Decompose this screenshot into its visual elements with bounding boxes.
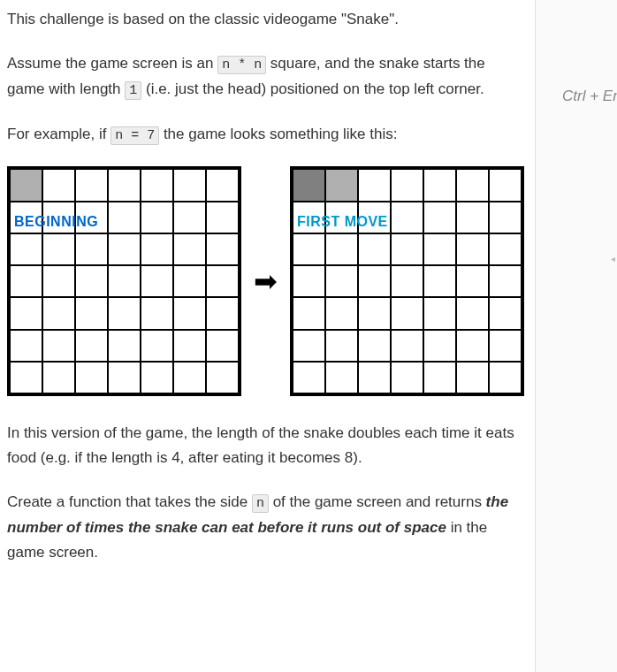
grid-cell <box>75 362 108 393</box>
grid-cell <box>423 330 456 362</box>
grid-cell <box>141 202 173 233</box>
grid-cell <box>141 297 173 329</box>
keyboard-shortcut-hint: Ctrl + En <box>562 84 617 109</box>
grid-cell <box>358 362 391 393</box>
grid-cell <box>75 297 108 329</box>
grid-cell <box>206 233 239 265</box>
grid-cell <box>10 297 42 329</box>
example-paragraph: For example, if n = 7 the game looks som… <box>7 122 524 148</box>
scroll-left-icon[interactable]: ◂ <box>611 252 615 267</box>
code-n-equals-7: n = 7 <box>110 126 159 145</box>
grid-first-move: FIRST MOVE <box>290 166 524 396</box>
text-fragment: the game looks something like this: <box>159 126 397 142</box>
grid-cell <box>391 202 423 233</box>
grid-cell <box>141 233 173 265</box>
task-paragraph: Create a function that takes the side n … <box>7 490 524 565</box>
snake-head-cell <box>325 169 358 201</box>
grid-cell <box>173 330 206 362</box>
text-fragment: (i.e. just the head) positioned on the t… <box>141 80 484 97</box>
grid-label-beginning: BEGINNING <box>14 210 98 233</box>
grid-cell <box>325 233 358 265</box>
grid-cell <box>10 330 42 362</box>
grid-cell <box>423 297 456 329</box>
grid-cell <box>391 233 423 265</box>
grid-cell <box>141 362 173 393</box>
grid-cell <box>42 330 75 362</box>
grid-cell <box>206 330 239 362</box>
grid-cell <box>108 169 141 201</box>
grid-cell <box>293 362 325 393</box>
snake-head-cell <box>10 169 42 201</box>
grid-cell <box>456 202 489 233</box>
grid-cell <box>391 265 423 297</box>
grid-cell <box>391 169 423 201</box>
grid-cell <box>206 297 239 329</box>
grid-cell <box>358 265 391 297</box>
grid-cell <box>42 233 75 265</box>
code-n-times-n: n * n <box>217 56 266 74</box>
grid-cell <box>456 330 489 362</box>
grid-cell <box>489 202 522 233</box>
grid-cell <box>325 362 358 393</box>
grid-cell <box>173 169 206 201</box>
grid-cell <box>489 169 522 201</box>
grid-cell <box>10 265 42 297</box>
intro-paragraph: This challenge is based on the classic v… <box>7 7 524 32</box>
text-fragment: of the game screen and returns <box>269 493 486 510</box>
code-n: n <box>252 494 269 513</box>
grid-cell <box>423 202 456 233</box>
snake-tail-cell <box>293 169 325 201</box>
grid-cell <box>206 265 239 297</box>
grid-cell <box>293 297 325 329</box>
grid-cell <box>489 233 522 265</box>
arrow-icon: ➡ <box>254 267 278 295</box>
grid-cell <box>10 233 42 265</box>
grid-cell <box>108 330 141 362</box>
grid-cell <box>206 169 239 201</box>
text-fragment: Create a function that takes the side <box>7 493 252 510</box>
grid-cell <box>108 265 141 297</box>
grid-cell <box>358 233 391 265</box>
grid-label-first-move: FIRST MOVE <box>297 210 388 233</box>
grid-cell <box>391 330 423 362</box>
grid-cell <box>325 297 358 329</box>
grid-cell <box>423 169 456 201</box>
grid-cell <box>141 265 173 297</box>
grid-cell <box>391 362 423 393</box>
problem-description: This challenge is based on the classic v… <box>0 0 535 672</box>
grid-cell <box>423 362 456 393</box>
grid-cell <box>293 330 325 362</box>
grid-cell <box>108 362 141 393</box>
grid-cell <box>391 297 423 329</box>
grid-cell <box>293 233 325 265</box>
grid-cell <box>489 297 522 329</box>
grid-cell <box>42 169 75 201</box>
grid-cell <box>173 265 206 297</box>
grid-cell <box>358 330 391 362</box>
grid-cell <box>325 330 358 362</box>
grid-cell <box>173 202 206 233</box>
right-panel: Ctrl + En ◂ <box>535 0 617 672</box>
grid-cell <box>489 265 522 297</box>
grid-cell <box>141 169 173 201</box>
grid-cell <box>358 169 391 201</box>
grid-cell <box>75 169 108 201</box>
grid-cell <box>10 362 42 393</box>
grid-cell <box>423 265 456 297</box>
grid-cell <box>489 330 522 362</box>
grid-cell <box>75 265 108 297</box>
grid-cell <box>456 233 489 265</box>
grid-cell <box>42 265 75 297</box>
grid-cell <box>108 297 141 329</box>
grid-cell <box>42 362 75 393</box>
grid-cell <box>325 265 358 297</box>
grid-cell <box>456 265 489 297</box>
grid-cell <box>42 297 75 329</box>
grid-cell <box>108 233 141 265</box>
grid-cell <box>75 233 108 265</box>
grid-cell <box>141 330 173 362</box>
grid-beginning: BEGINNING <box>7 166 241 396</box>
grid-cell <box>173 233 206 265</box>
grid-cell <box>456 362 489 393</box>
code-one: 1 <box>125 81 141 100</box>
